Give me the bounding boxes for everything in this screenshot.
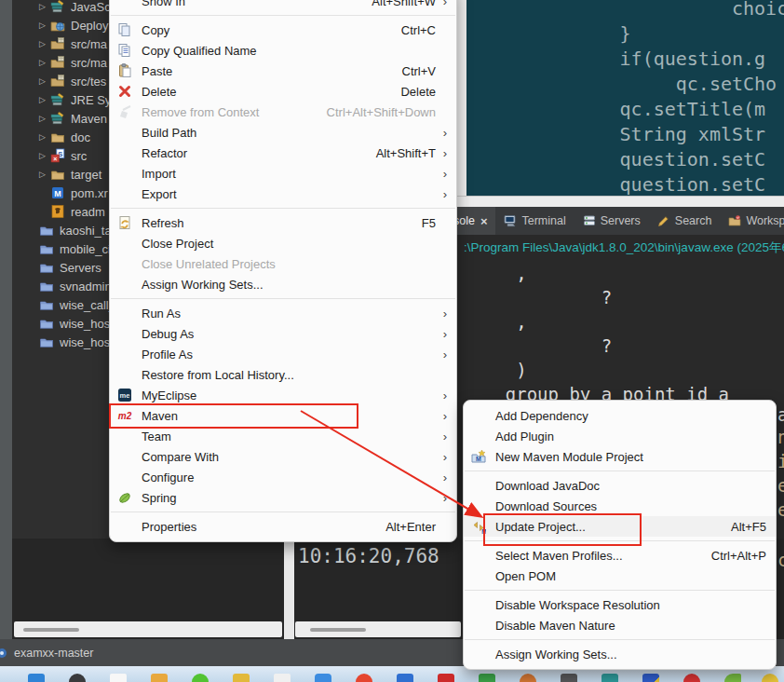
- menu-item-export[interactable]: Export: [110, 184, 456, 204]
- console-text-fragment: nt: [777, 427, 784, 447]
- expand-arrow-icon[interactable]: ▷: [39, 170, 50, 179]
- menu-item-import[interactable]: Import: [110, 163, 456, 184]
- vertical-splitter[interactable]: [457, 0, 466, 207]
- app-orange-icon[interactable]: [520, 674, 536, 682]
- tab-console[interactable]: Console×: [457, 207, 495, 235]
- app-blue2-icon[interactable]: [397, 674, 413, 682]
- tree-item[interactable]: wise_call_t: [12, 295, 109, 314]
- tree-item[interactable]: svnadmin: [12, 277, 109, 295]
- menu-item-refresh[interactable]: RefreshF5: [110, 212, 456, 233]
- calendar-icon[interactable]: [438, 674, 454, 682]
- expand-arrow-icon[interactable]: ▷: [39, 95, 50, 104]
- tree-item[interactable]: ▷src/ma: [12, 34, 109, 53]
- tree-item[interactable]: Servers: [12, 258, 109, 277]
- tree-item[interactable]: readm: [12, 202, 109, 221]
- menu-item-new-maven-module-project[interactable]: MNew Maven Module Project: [464, 446, 776, 467]
- tree-item[interactable]: ▷JRE Sy: [12, 90, 109, 109]
- app-blue-yellow-icon[interactable]: [642, 674, 659, 682]
- app-green-icon[interactable]: [479, 674, 495, 682]
- menu-item-assign-working-sets[interactable]: Assign Working Sets...: [110, 274, 456, 294]
- tree-item[interactable]: kaoshi_tas: [12, 221, 109, 239]
- expand-arrow-icon[interactable]: ▷: [39, 39, 50, 48]
- submenu-arrow-icon: [436, 327, 447, 341]
- myeclipse-icon: me: [117, 388, 142, 402]
- wechat-icon[interactable]: [192, 674, 209, 682]
- app-leaf-icon[interactable]: [724, 674, 741, 682]
- menu-item-paste[interactable]: PasteCtrl+V: [110, 61, 456, 81]
- menu-item-download-javadoc[interactable]: Download JavaDoc: [464, 475, 776, 496]
- menu-item-compare-with[interactable]: Compare With: [110, 446, 456, 467]
- windows-start-icon[interactable]: [28, 674, 45, 682]
- tree-item[interactable]: ▷target: [12, 165, 109, 184]
- code-line: question.setC: [466, 172, 784, 196]
- horizontal-scrollbar[interactable]: [295, 621, 461, 637]
- source-package-icon: [50, 55, 65, 70]
- menu-item-select-maven-profiles[interactable]: Select Maven Profiles...Ctrl+Alt+P: [464, 545, 776, 566]
- menu-item-profile-as[interactable]: Profile As: [110, 344, 456, 364]
- expand-arrow-icon[interactable]: ▷: [39, 2, 50, 11]
- tab-terminal[interactable]: Terminal: [495, 207, 574, 235]
- menu-item-add-plugin[interactable]: Add Plugin: [464, 426, 776, 446]
- submenu-arrow-icon: [436, 307, 447, 321]
- tree-item[interactable]: ▷src/ma: [12, 53, 109, 72]
- menu-item-open-pom[interactable]: Open POM: [464, 566, 776, 586]
- app-gray-icon[interactable]: [561, 674, 577, 682]
- menu-item-delete[interactable]: DeleteDelete: [110, 81, 456, 102]
- expand-arrow-icon[interactable]: ▷: [39, 132, 50, 142]
- app-star-icon[interactable]: [762, 674, 778, 682]
- tab-servers[interactable]: Servers: [574, 207, 649, 235]
- tree-item[interactable]: mobile_cit: [12, 239, 109, 258]
- app-red-icon[interactable]: [356, 674, 372, 682]
- close-icon[interactable]: ×: [480, 214, 488, 228]
- menu-separator: [111, 512, 455, 512]
- menu-item-disable-maven-nature[interactable]: Disable Maven Nature: [464, 615, 776, 635]
- scrollbar-thumb[interactable]: [23, 628, 79, 632]
- tree-item[interactable]: ▷Deploy: [12, 16, 109, 34]
- horizontal-scrollbar[interactable]: [14, 621, 282, 637]
- bottom-left-panel[interactable]: [12, 539, 284, 639]
- menu-item-close-project[interactable]: Close Project: [110, 233, 456, 253]
- tree-item[interactable]: ▷JavaSc: [12, 0, 109, 16]
- menu-item-myeclipse[interactable]: meMyEclipse: [110, 385, 456, 405]
- scrollbar-thumb[interactable]: [310, 628, 366, 632]
- tree-item[interactable]: Mpom.xr: [12, 184, 109, 202]
- browser-red-icon[interactable]: [683, 674, 700, 682]
- tree-item[interactable]: ▷Maven: [12, 109, 109, 128]
- expand-arrow-icon[interactable]: ▷: [39, 20, 50, 30]
- menu-item-debug-as[interactable]: Debug As: [110, 323, 456, 344]
- menu-item-add-dependency[interactable]: Add Dependency: [464, 405, 776, 426]
- expand-arrow-icon[interactable]: ▷: [39, 114, 50, 123]
- tree-item[interactable]: wise_hosp: [12, 333, 109, 351]
- expand-arrow-icon[interactable]: ▷: [39, 76, 50, 86]
- menu-item-run-as[interactable]: Run As: [110, 303, 456, 323]
- menu-item-assign-working-sets-submenu[interactable]: Assign Working Sets...: [464, 644, 776, 664]
- app-teal-icon[interactable]: [602, 674, 618, 682]
- search-icon[interactable]: [69, 674, 86, 682]
- code-editor[interactable]: choic } if(question.g qc.setCho qc.setTi…: [466, 0, 784, 196]
- panel-splitter[interactable]: [284, 539, 294, 639]
- menu-item-build-path[interactable]: Build Path: [110, 122, 456, 143]
- app-blue-icon[interactable]: [315, 674, 331, 682]
- menu-item-copy-qualified-name[interactable]: Copy Qualified Name: [110, 40, 456, 61]
- tab-workspace[interactable]: Worksp: [720, 207, 784, 235]
- notes-icon[interactable]: [274, 674, 291, 682]
- tree-item[interactable]: ▷doc: [12, 128, 109, 146]
- menu-item-copy[interactable]: CopyCtrl+C: [110, 20, 456, 40]
- tree-item[interactable]: wise_hosp: [12, 314, 109, 333]
- expand-arrow-icon[interactable]: ▷: [39, 58, 50, 67]
- tab-search[interactable]: Search: [649, 207, 721, 235]
- menu-item-configure[interactable]: Configure: [110, 467, 456, 487]
- menu-item-disable-workspace-resolution[interactable]: Disable Workspace Resolution: [464, 594, 776, 615]
- app-gold-icon[interactable]: [233, 674, 250, 682]
- tree-item[interactable]: ▷src/tes: [12, 72, 109, 90]
- file-explorer-icon[interactable]: [151, 674, 168, 682]
- menu-item-refactor[interactable]: RefactorAlt+Shift+T: [110, 143, 456, 163]
- notepad-icon[interactable]: [110, 674, 127, 682]
- menu-item-team[interactable]: Team: [110, 426, 456, 446]
- menu-item-restore-from-local-history[interactable]: Restore from Local History...: [110, 364, 456, 385]
- expand-arrow-icon[interactable]: ▷: [39, 151, 50, 160]
- tree-item[interactable]: ▷S×src: [12, 146, 109, 165]
- menu-item-properties[interactable]: PropertiesAlt+Enter: [110, 516, 456, 537]
- menu-item-spring[interactable]: Spring: [110, 487, 456, 508]
- menu-item-show-in[interactable]: Show InAlt+Shift+W: [110, 0, 456, 11]
